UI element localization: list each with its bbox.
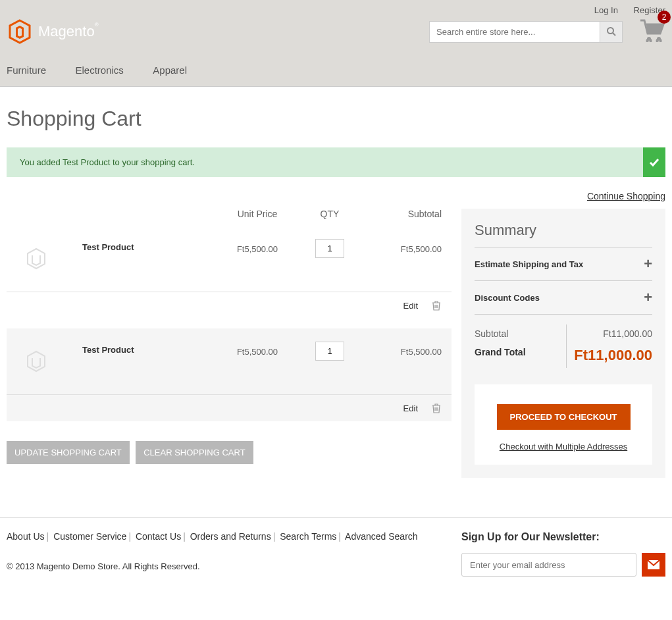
- logo[interactable]: Magento®: [7, 18, 95, 45]
- product-image-placeholder: [16, 239, 56, 278]
- product-name[interactable]: Test Product: [82, 239, 218, 252]
- subtotal-value: Ft11,000.00: [603, 328, 652, 339]
- grand-total-label: Grand Total: [475, 347, 526, 364]
- clear-cart-button[interactable]: CLEAR SHOPPING CART: [136, 441, 253, 464]
- footer-about[interactable]: About Us: [7, 531, 45, 542]
- edit-link[interactable]: Edit: [403, 301, 418, 311]
- search-input[interactable]: [429, 21, 600, 43]
- estimate-shipping-toggle[interactable]: Estimate Shipping and Tax +: [475, 247, 652, 281]
- product-image-placeholder: [16, 342, 56, 381]
- footer-customer-service[interactable]: Customer Service: [53, 531, 126, 542]
- continue-shopping-link[interactable]: Continue Shopping: [587, 191, 665, 201]
- subtotal: Ft5,500.00: [363, 342, 442, 357]
- cart-headers: Unit Price QTY Subtotal: [7, 209, 452, 226]
- footer-search-terms[interactable]: Search Terms: [280, 531, 336, 542]
- subtotal-label: Subtotal: [475, 328, 508, 339]
- plus-icon: +: [644, 290, 652, 305]
- check-icon: [643, 147, 665, 177]
- summary-title: Summary: [475, 222, 652, 247]
- checkout-button[interactable]: PROCEED TO CHECKOUT: [497, 404, 631, 430]
- header-links: Log In Register: [7, 5, 665, 15]
- page-title: Shopping Cart: [7, 107, 665, 131]
- nav-electronics[interactable]: Electronics: [75, 65, 123, 76]
- newsletter-submit[interactable]: [642, 553, 665, 577]
- svg-point-4: [657, 37, 661, 41]
- plus-icon: +: [644, 257, 652, 271]
- qty-input[interactable]: [315, 239, 344, 258]
- magento-logo-icon: [7, 18, 33, 45]
- unit-price: Ft5,500.00: [218, 239, 297, 254]
- copyright: © 2013 Magento Demo Store. All Rights Re…: [7, 561, 418, 571]
- summary-box: Summary Estimate Shipping and Tax + Disc…: [461, 209, 665, 478]
- svg-line-2: [613, 33, 615, 36]
- cart-badge: 2: [658, 11, 671, 24]
- nav-furniture[interactable]: Furniture: [7, 65, 46, 76]
- grand-total-value: Ft11,000.00: [574, 347, 652, 364]
- newsletter-input[interactable]: [461, 553, 636, 577]
- newsletter-title: Sign Up for Our Newsletter:: [461, 531, 665, 543]
- product-name[interactable]: Test Product: [82, 342, 218, 355]
- cart-button[interactable]: 2: [639, 19, 665, 45]
- cart-item: Test Product Ft5,500.00 Ft5,500.00 Edit: [7, 226, 452, 319]
- search-icon: [606, 26, 617, 37]
- trash-icon[interactable]: [431, 300, 442, 311]
- logo-text: Magento®: [38, 23, 95, 40]
- search-button[interactable]: [600, 21, 623, 43]
- footer-contact[interactable]: Contact Us: [136, 531, 181, 542]
- edit-link[interactable]: Edit: [403, 403, 418, 413]
- update-cart-button[interactable]: UPDATE SHOPPING CART: [7, 441, 130, 464]
- multi-address-link[interactable]: Checkout with Multiple Addresses: [488, 442, 639, 452]
- mail-icon: [647, 559, 660, 570]
- footer-orders[interactable]: Orders and Returns: [190, 531, 271, 542]
- svg-point-3: [647, 37, 651, 41]
- svg-marker-0: [10, 20, 30, 43]
- qty-input[interactable]: [315, 342, 344, 361]
- success-message: You added Test Product to your shopping …: [7, 147, 665, 177]
- login-link[interactable]: Log In: [594, 5, 618, 15]
- cart-item: Test Product Ft5,500.00 Ft5,500.00 Edit: [7, 328, 452, 421]
- trash-icon[interactable]: [431, 403, 442, 413]
- discount-codes-toggle[interactable]: Discount Codes +: [475, 281, 652, 315]
- main-nav: Furniture Electronics Apparel: [0, 55, 672, 86]
- footer-links: About Us| Customer Service| Contact Us| …: [7, 531, 418, 542]
- svg-point-1: [607, 28, 613, 34]
- footer-advanced-search[interactable]: Advanced Search: [345, 531, 418, 542]
- nav-apparel[interactable]: Apparel: [153, 65, 187, 76]
- unit-price: Ft5,500.00: [218, 342, 297, 357]
- subtotal: Ft5,500.00: [363, 239, 442, 254]
